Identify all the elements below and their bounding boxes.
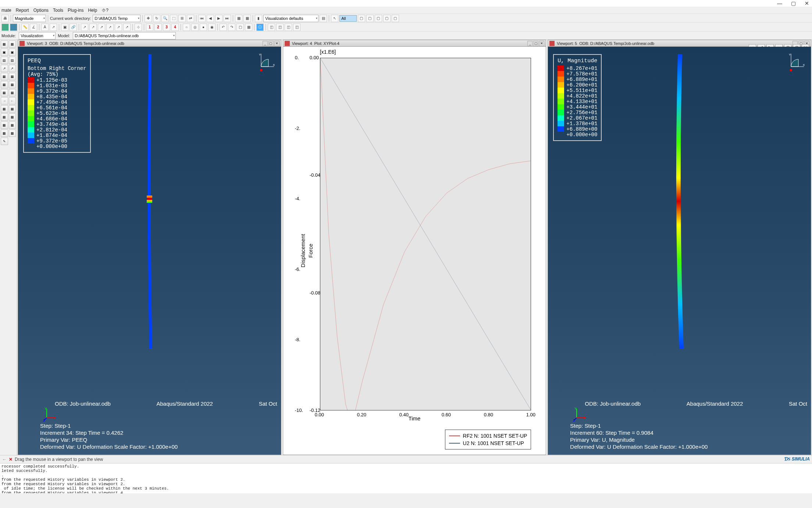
menu-tools[interactable]: Tools: [53, 8, 63, 13]
tb-icon[interactable]: ▦: [1, 81, 8, 88]
xy4-icon[interactable]: ↗: [106, 24, 114, 31]
menu-help[interactable]: Help: [88, 8, 97, 13]
view1-button[interactable]: 1: [146, 24, 153, 31]
render1-icon[interactable]: [1, 24, 9, 31]
maximize-button[interactable]: ▢: [791, 0, 796, 6]
pan-icon[interactable]: ✥: [145, 15, 152, 22]
menu-plugins[interactable]: Plug-ins: [68, 8, 83, 13]
persp2-icon[interactable]: ◫: [276, 24, 284, 31]
zoom-box-icon[interactable]: ⬚: [170, 15, 177, 22]
tb-icon[interactable]: ▦: [9, 105, 16, 113]
viewport-4-header[interactable]: Viewport: 4 Plot: XYPlot-4 _▢✕: [283, 40, 546, 47]
view2-button[interactable]: 2: [154, 24, 162, 31]
undo-icon[interactable]: ↶: [220, 24, 227, 31]
tb-icon[interactable]: ✎: [1, 138, 8, 145]
xy5-icon[interactable]: ↗: [115, 24, 122, 31]
tb-icon[interactable]: ▦: [1, 89, 8, 96]
grid3-icon[interactable]: ▦: [245, 24, 252, 31]
sphere4-icon[interactable]: ◉: [208, 24, 216, 31]
select4-icon[interactable]: ▢: [383, 15, 391, 22]
xy1-icon[interactable]: ↗: [81, 24, 88, 31]
tb-icon[interactable]: ▣: [9, 49, 16, 56]
tb-icon[interactable]: ▦: [9, 40, 16, 48]
viewport-5-canvas[interactable]: U, Magnitude +8.267e+01+7.578e+01+6.889e…: [548, 47, 811, 455]
tb-icon[interactable]: ▣: [1, 49, 8, 56]
select5-icon[interactable]: ▢: [392, 15, 399, 22]
vp-max-icon[interactable]: ▢: [533, 41, 538, 46]
vp-min-icon[interactable]: _: [263, 41, 268, 46]
select3-icon[interactable]: ▢: [375, 15, 382, 22]
vp-min-icon[interactable]: _: [527, 41, 533, 46]
fit-icon[interactable]: ⊞: [178, 15, 186, 22]
viewport-3-canvas[interactable]: PEEQ Bottom Right Corner (Avg: 75%) +1.1…: [18, 47, 281, 455]
xy2-icon[interactable]: ↗: [89, 24, 97, 31]
xy3-icon[interactable]: ↗: [98, 24, 105, 31]
cwd-combo[interactable]: D:\ABAQUS Temp: [93, 15, 140, 22]
message-console[interactable]: rocessor completed successfully. leted s…: [0, 463, 812, 493]
cycle-icon[interactable]: ⇄: [187, 15, 194, 22]
layers-icon[interactable]: ▤: [320, 15, 327, 22]
angle-icon[interactable]: ∠: [30, 24, 37, 31]
tb-icon[interactable]: ▦: [9, 89, 16, 96]
tb-icon[interactable]: ▦: [9, 73, 16, 80]
persp4-icon[interactable]: ◫: [293, 24, 300, 31]
select2-icon[interactable]: ▢: [366, 15, 374, 22]
arrow-icon[interactable]: ↗: [50, 24, 57, 31]
viewport-4-canvas[interactable]: [x1.E6] Displacement Force Time RF2 N: 1…: [283, 47, 546, 455]
magnitude-combo[interactable]: Magnitude: [13, 15, 46, 22]
tb-icon[interactable]: ▦: [1, 113, 8, 121]
colorbar-icon[interactable]: ▮: [255, 15, 262, 22]
prev-frame-icon[interactable]: ◀: [207, 15, 214, 22]
menu-whatsthis-icon[interactable]: ⯑?: [102, 8, 108, 13]
select1-icon[interactable]: ▢: [358, 15, 365, 22]
tb-icon[interactable]: ▤: [1, 57, 8, 64]
info-icon[interactable]: ⓘ: [256, 24, 264, 31]
measure-icon[interactable]: 📏: [21, 24, 29, 31]
tb-icon[interactable]: ▦: [9, 81, 16, 88]
vp-close-icon[interactable]: ✕: [539, 41, 544, 46]
next-frame-icon[interactable]: ▶: [215, 15, 222, 22]
tb-icon[interactable]: ▦: [9, 113, 16, 121]
tb-icon[interactable]: ←: [9, 97, 16, 105]
menu-animate[interactable]: mate: [1, 8, 11, 13]
tb-icon[interactable]: ▦: [1, 73, 8, 80]
tb-icon[interactable]: ▦: [1, 130, 8, 137]
box-icon[interactable]: ▢: [236, 24, 244, 31]
vp-max-icon[interactable]: ▢: [268, 41, 274, 46]
close-button[interactable]: ✕: [805, 0, 809, 6]
link-icon[interactable]: 🔗: [70, 24, 77, 31]
viewport-3-header[interactable]: Viewport: 3 ODB: D:/ABAQUS Temp/Job-unli…: [18, 40, 281, 47]
xy6-icon[interactable]: ↗: [123, 24, 131, 31]
all-selector[interactable]: All: [339, 15, 356, 22]
csys-icon[interactable]: ⊹: [135, 24, 142, 31]
tb-icon[interactable]: ↗: [1, 65, 8, 72]
tb-icon[interactable]: ▦: [9, 121, 16, 129]
redo-icon[interactable]: ↷: [228, 24, 235, 31]
model-combo[interactable]: D:/ABAQUS Temp/Job-unlinear.odb: [73, 32, 176, 39]
vp-close-icon[interactable]: ✕: [274, 41, 279, 46]
module-combo[interactable]: Visualization: [19, 32, 56, 39]
tb-icon[interactable]: ▤: [9, 57, 16, 64]
persp3-icon[interactable]: ◫: [285, 24, 292, 31]
tb-icon[interactable]: ▦: [1, 121, 8, 129]
menu-report[interactable]: Report: [16, 8, 29, 13]
tb-icon[interactable]: →: [1, 97, 8, 105]
cancel-icon[interactable]: ✕: [9, 457, 13, 462]
text-icon[interactable]: A: [41, 24, 49, 31]
rotate-icon[interactable]: ↻: [153, 15, 160, 22]
grid2-icon[interactable]: ▦: [243, 15, 251, 22]
vizdefaults-combo[interactable]: Visualization defaults: [263, 15, 318, 22]
viewport-icon[interactable]: ▣: [61, 24, 68, 31]
sphere2-icon[interactable]: ◎: [191, 24, 199, 31]
print-icon[interactable]: 🖶: [1, 15, 9, 22]
render2-icon[interactable]: [10, 24, 17, 31]
persp1-icon[interactable]: ◫: [268, 24, 275, 31]
tb-icon[interactable]: ▦: [1, 105, 8, 113]
zoom-icon[interactable]: 🔍: [161, 15, 169, 22]
back-icon[interactable]: ←: [2, 457, 7, 462]
tb-icon[interactable]: ▦: [1, 40, 8, 48]
sphere-icon[interactable]: ○: [183, 24, 190, 31]
tb-icon[interactable]: ↗: [9, 65, 16, 72]
first-frame-icon[interactable]: ⏮: [198, 15, 206, 22]
tb-icon[interactable]: ▦: [9, 130, 16, 137]
